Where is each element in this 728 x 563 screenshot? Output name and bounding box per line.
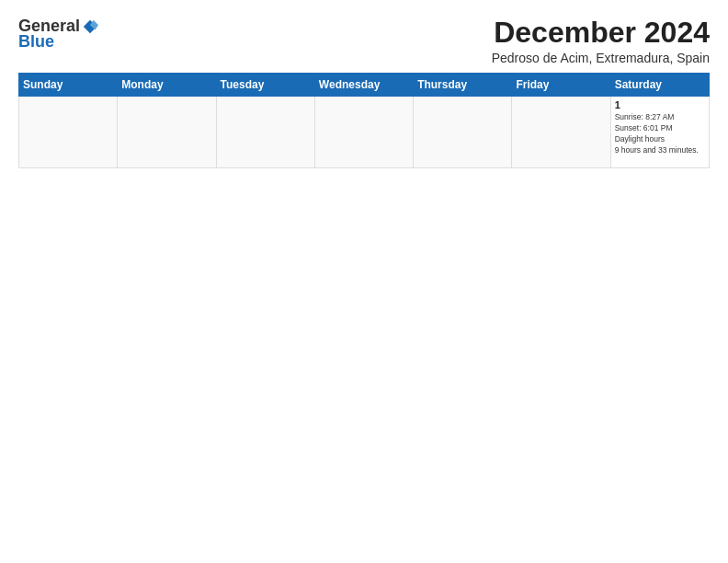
calendar-table: Sunday Monday Tuesday Wednesday Thursday… bbox=[18, 73, 710, 168]
day-info: Sunrise: 8:27 AMSunset: 6:01 PMDaylight … bbox=[615, 112, 705, 156]
title-area: December 2024 Pedroso de Acim, Extremadu… bbox=[492, 17, 710, 65]
col-monday: Monday bbox=[118, 74, 216, 97]
logo: General Blue bbox=[18, 17, 98, 52]
empty-cell bbox=[314, 97, 413, 168]
table-row: 1 Sunrise: 8:27 AMSunset: 6:01 PMDayligh… bbox=[610, 97, 709, 168]
month-title: December 2024 bbox=[492, 17, 710, 49]
col-saturday: Saturday bbox=[610, 74, 709, 97]
empty-cell bbox=[19, 97, 118, 168]
col-friday: Friday bbox=[512, 74, 610, 97]
empty-cell bbox=[414, 97, 512, 168]
header: General Blue December 2024 Pedroso de Ac… bbox=[18, 17, 710, 65]
empty-cell bbox=[216, 97, 314, 168]
page: General Blue December 2024 Pedroso de Ac… bbox=[0, 0, 728, 563]
logo-icon bbox=[82, 18, 98, 35]
empty-cell bbox=[512, 97, 610, 168]
col-tuesday: Tuesday bbox=[216, 74, 314, 97]
day-number: 1 bbox=[615, 99, 705, 110]
empty-cell bbox=[118, 97, 216, 168]
location-title: Pedroso de Acim, Extremadura, Spain bbox=[492, 51, 710, 65]
col-thursday: Thursday bbox=[414, 74, 512, 97]
logo-blue-text: Blue bbox=[18, 32, 54, 52]
col-wednesday: Wednesday bbox=[314, 74, 413, 97]
calendar-header-row: Sunday Monday Tuesday Wednesday Thursday… bbox=[19, 74, 710, 97]
col-sunday: Sunday bbox=[19, 74, 118, 97]
